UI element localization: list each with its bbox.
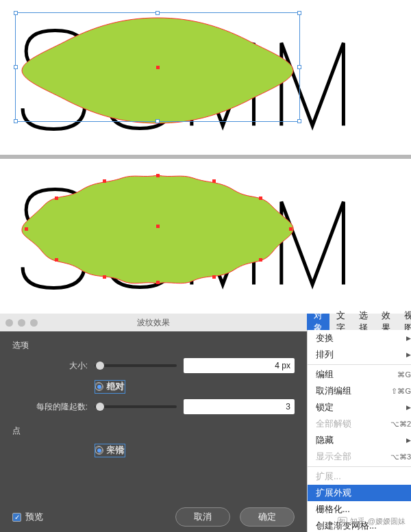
menu-item[interactable]: 取消编组⇧⌘G xyxy=(308,383,411,399)
anchor xyxy=(103,275,106,279)
anchor xyxy=(212,275,216,279)
anchor xyxy=(55,197,58,200)
center-anchor xyxy=(156,66,160,69)
menubar-item-2[interactable]: 选择 xyxy=(352,314,375,330)
section-options-label: 选项 xyxy=(12,340,295,351)
dialog-title: 波纹效果 xyxy=(137,317,170,329)
dialog-titlebar[interactable]: 波纹效果 xyxy=(0,314,307,331)
roughen-dialog: 波纹效果 选项 大小: 相对 绝对 每段的隆起数: 点 平滑 尖锐 xyxy=(0,314,307,532)
anchor xyxy=(156,281,160,284)
ok-button[interactable]: 确定 xyxy=(240,507,295,527)
ridges-slider[interactable] xyxy=(95,405,177,408)
anchor xyxy=(259,197,262,200)
menu-item[interactable]: 排列 xyxy=(308,346,411,363)
section-point-label: 点 xyxy=(12,425,295,437)
size-label: 大小: xyxy=(12,360,88,372)
menu-item[interactable]: 隐藏 xyxy=(308,432,411,448)
menu-item: 扩展... xyxy=(308,468,411,485)
preview-checkbox[interactable]: ✓ 预览 xyxy=(12,511,43,523)
radio-smooth[interactable]: 平滑 xyxy=(95,444,125,457)
window-controls[interactable] xyxy=(5,319,38,327)
menu-item[interactable]: 扩展外观 xyxy=(308,485,411,501)
menubar-item-3[interactable]: 效果 xyxy=(375,314,397,330)
size-input[interactable] xyxy=(184,358,295,373)
blob-shape-roughen[interactable] xyxy=(14,171,301,288)
menu-panel: 对象文字选择效果视图 变换排列编组⌘G取消编组⇧⌘G锁定全部解锁⌥⌘2隐藏显示全… xyxy=(307,314,411,532)
zhihu-icon: 知 xyxy=(338,517,347,527)
menu-item[interactable]: 编组⌘G xyxy=(308,366,411,383)
object-menu-dropdown: 变换排列编组⌘G取消编组⇧⌘G锁定全部解锁⌥⌘2隐藏显示全部⌥⌘3扩展...扩展… xyxy=(307,330,411,532)
menubar-item-4[interactable]: 视图 xyxy=(397,314,411,330)
cancel-button[interactable]: 取消 xyxy=(175,507,230,527)
ridges-input[interactable] xyxy=(184,399,295,414)
anchor xyxy=(55,258,58,262)
canvas-bottom xyxy=(0,159,411,314)
menubar-item-0[interactable]: 对象 xyxy=(307,314,329,330)
check-icon: ✓ xyxy=(12,513,21,522)
watermark: 知 知乎 @嫒嫒圆妹 xyxy=(338,516,406,527)
center-anchor xyxy=(156,225,160,228)
anchor xyxy=(259,258,262,262)
radio-absolute[interactable]: 绝对 xyxy=(95,380,125,394)
canvas-top xyxy=(0,0,411,155)
menubar: 对象文字选择效果视图 xyxy=(307,314,411,330)
anchor xyxy=(25,227,28,231)
size-slider[interactable] xyxy=(95,364,177,367)
menu-item[interactable]: 栅格化... xyxy=(308,501,411,518)
anchor xyxy=(156,174,160,177)
anchor xyxy=(103,179,106,183)
anchor xyxy=(289,227,292,231)
menubar-item-1[interactable]: 文字 xyxy=(329,314,352,330)
menu-item[interactable]: 锁定 xyxy=(308,399,411,416)
anchor xyxy=(212,179,216,183)
menu-item: 显示全部⌥⌘3 xyxy=(308,448,411,465)
ridges-label: 每段的隆起数: xyxy=(12,401,88,413)
menu-item[interactable]: 变换 xyxy=(308,330,411,346)
menu-item: 全部解锁⌥⌘2 xyxy=(308,416,411,432)
